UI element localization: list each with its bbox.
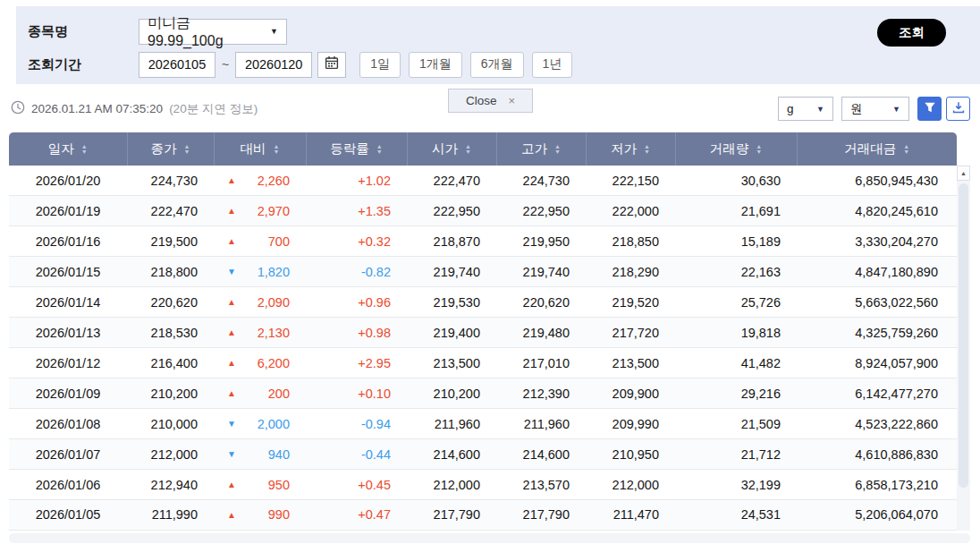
date-cell: 2026/01/19 [9, 196, 127, 226]
trade-value-cell: 3,330,204,270 [797, 226, 957, 257]
column-header[interactable]: 저가 ▲ ▼ [586, 132, 675, 166]
weight-unit-value: g [787, 102, 794, 115]
close-price-cell: 211,990 [127, 499, 214, 530]
table-row: 2026/01/06 212,940 ▲ 950 +0.45 212,000 2… [9, 470, 957, 500]
trade-value-cell: 6,142,477,270 [797, 378, 957, 409]
change-value: 2,260 [258, 174, 290, 188]
change-cell: ▲ 990 [214, 499, 306, 530]
period-1month-button[interactable]: 1개월 [409, 52, 462, 78]
volume-cell: 21,712 [675, 439, 797, 470]
currency-unit-select[interactable]: 원 ▼ [841, 97, 909, 121]
open-price-cell: 218,870 [407, 226, 496, 257]
table-row: 2026/01/09 210,200 ▲ 200 +0.10 210,200 2… [9, 378, 957, 409]
clock-icon [11, 100, 25, 118]
sort-icon[interactable]: ▲ ▼ [756, 144, 762, 155]
change-cell: ▲ 6,200 [214, 348, 306, 378]
table-row: 2026/01/13 218,530 ▲ 2,130 +0.98 219,400… [9, 318, 957, 348]
column-header[interactable]: 거래대금 ▲ ▼ [797, 132, 957, 166]
data-timestamp: 2026.01.21 AM 07:35:20 [31, 102, 163, 115]
table-row: 2026/01/07 212,000 ▼ 940 -0.44 214,600 2… [9, 439, 957, 470]
high-price-cell: 224,730 [496, 166, 586, 196]
volume-cell: 19,818 [675, 318, 797, 348]
change-value: 940 [268, 447, 290, 462]
change-value: 2,970 [258, 204, 290, 218]
period-1year-button[interactable]: 1년 [532, 52, 573, 78]
high-price-cell: 212,390 [496, 378, 586, 409]
table-row: 2026/01/05 211,990 ▲ 990 +0.47 217,790 2… [9, 499, 957, 530]
low-price-cell: 222,000 [586, 196, 675, 226]
trade-value-cell: 4,610,886,830 [797, 439, 957, 470]
open-price-cell: 222,470 [407, 166, 496, 196]
change-cell: ▲ 950 [214, 470, 306, 500]
close-icon[interactable]: × [508, 94, 515, 107]
sort-icon[interactable]: ▲ ▼ [903, 144, 909, 155]
date-from-input[interactable] [139, 52, 215, 78]
high-price-cell: 217,790 [496, 499, 586, 530]
column-header[interactable]: 시가 ▲ ▼ [407, 132, 496, 166]
column-header[interactable]: 등락률 ▲ ▼ [306, 132, 407, 166]
change-value: 2,000 [258, 417, 290, 431]
sort-icon[interactable]: ▲ ▼ [554, 144, 561, 155]
change-value: 200 [268, 387, 290, 401]
volume-cell: 29,216 [675, 378, 797, 409]
open-price-cell: 210,200 [407, 378, 496, 409]
open-price-cell: 214,600 [407, 439, 496, 470]
trade-value-cell: 4,820,245,610 [797, 196, 957, 226]
weight-unit-select[interactable]: g ▼ [778, 97, 833, 121]
sort-icon[interactable]: ▲ ▼ [465, 144, 471, 155]
close-price-cell: 210,000 [127, 409, 214, 439]
column-header[interactable]: 일자 ▲ ▼ [9, 132, 127, 166]
date-range-separator: ~ [222, 57, 229, 72]
sort-icon[interactable]: ▲ ▼ [274, 144, 280, 155]
period-1day-button[interactable]: 1일 [359, 52, 401, 78]
open-price-cell: 213,500 [407, 348, 496, 378]
table-row: 2026/01/12 216,400 ▲ 6,200 +2.95 213,500… [9, 348, 957, 378]
change-rate-cell: -0.94 [306, 409, 407, 439]
scroll-up-button[interactable]: ▲ [957, 166, 970, 181]
trade-value-cell: 5,206,064,070 [797, 499, 957, 530]
sort-icon[interactable]: ▲ ▼ [644, 144, 650, 155]
sort-icon[interactable]: ▲ ▼ [81, 144, 88, 155]
delay-note: (20분 지연 정보) [169, 101, 258, 117]
status-left: 2026.01.21 AM 07:35:20 (20분 지연 정보) [11, 100, 258, 118]
sort-icon[interactable]: ▲ ▼ [184, 144, 190, 155]
price-table-area: 일자 ▲ ▼ 종가 ▲ ▼ 대비 ▲ ▼ 등락률 ▲ [9, 132, 980, 531]
currency-unit-value: 원 [850, 101, 863, 117]
scrollbar-thumb[interactable] [959, 183, 968, 488]
change-rate-cell: +1.02 [306, 166, 407, 196]
column-header[interactable]: 종가 ▲ ▼ [127, 132, 214, 166]
table-row: 2026/01/20 224,730 ▲ 2,260 +1.02 222,470… [9, 166, 957, 196]
horizontal-scrollbar[interactable] [9, 533, 970, 543]
change-cell: ▲ 200 [214, 378, 306, 409]
close-price-cell: 212,940 [127, 470, 214, 500]
date-to-input[interactable] [235, 52, 312, 78]
filter-button[interactable] [917, 97, 942, 121]
low-price-cell: 209,990 [586, 409, 675, 439]
change-rate-cell: +0.98 [306, 318, 407, 348]
search-button[interactable]: 조회 [877, 19, 946, 47]
change-rate-cell: +1.35 [306, 196, 407, 226]
close-tab[interactable]: Close × [448, 89, 533, 113]
close-price-cell: 222,470 [127, 196, 214, 226]
low-price-cell: 210,950 [586, 439, 675, 470]
change-rate-cell: +0.10 [306, 378, 407, 409]
change-cell: ▲ 2,130 [214, 318, 306, 348]
change-cell: ▲ 700 [214, 226, 306, 257]
volume-cell: 15,189 [675, 226, 797, 257]
column-header[interactable]: 대비 ▲ ▼ [214, 132, 306, 166]
high-price-cell: 219,740 [496, 257, 586, 287]
change-direction-icon: ▲ [227, 388, 236, 398]
calendar-button[interactable] [317, 52, 346, 78]
vertical-scrollbar[interactable]: ▲ [957, 166, 970, 531]
status-right: g ▼ 원 ▼ [778, 97, 970, 121]
change-rate-cell: -0.44 [306, 439, 407, 470]
close-tab-label: Close [466, 94, 497, 107]
date-cell: 2026/01/12 [9, 348, 127, 378]
item-select[interactable]: 미니금 99.99_100g ▼ [139, 19, 287, 45]
period-6month-button[interactable]: 6개월 [470, 52, 524, 78]
sort-icon[interactable]: ▲ ▼ [376, 144, 383, 155]
column-header[interactable]: 고가 ▲ ▼ [496, 132, 586, 166]
table-row: 2026/01/15 218,800 ▼ 1,820 -0.82 219,740… [9, 257, 957, 287]
download-button[interactable] [946, 97, 970, 121]
column-header[interactable]: 거래량 ▲ ▼ [675, 132, 797, 166]
